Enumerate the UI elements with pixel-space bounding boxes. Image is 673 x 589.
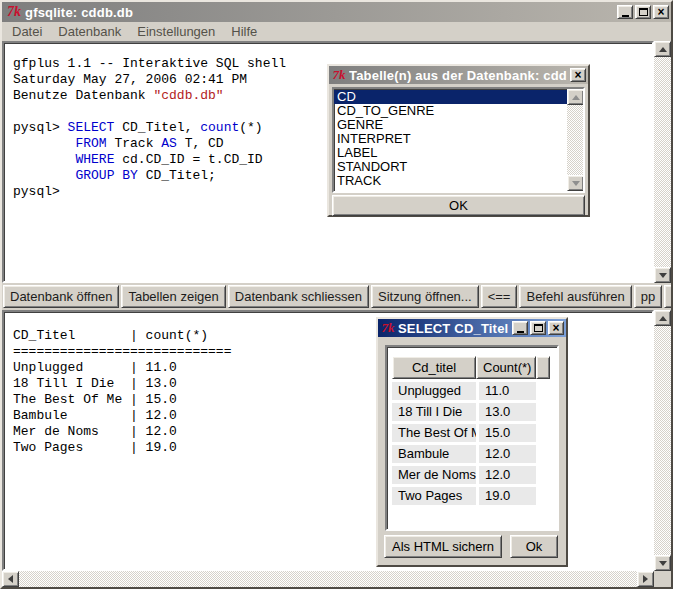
- cell-count: 12.0: [479, 466, 536, 484]
- output-vscroll: [654, 310, 671, 571]
- toolbar: Datenbank öffnenTabellen zeigenDatenbank…: [2, 283, 671, 310]
- menu-item-datenbank[interactable]: Datenbank: [50, 23, 129, 40]
- maximize-icon: [534, 324, 543, 332]
- list-item-genre[interactable]: GENRE: [334, 118, 567, 132]
- tables-dialog-titlebar[interactable]: 7k Tabelle(n) aus der Datenbank: cddb...…: [329, 66, 588, 84]
- cell-cd-titel: Two Pages: [392, 487, 476, 505]
- maximize-button[interactable]: [530, 321, 546, 335]
- column-header-cd-titel[interactable]: Cd_titel: [392, 356, 476, 379]
- cell-cd-titel: Unplugged: [392, 382, 476, 400]
- close-icon: ×: [574, 70, 581, 80]
- table-row: Bambule12.0: [392, 445, 557, 463]
- cell-cd-titel: Mer de Noms: [392, 466, 476, 484]
- scrollbar-track[interactable]: [654, 326, 671, 555]
- close-button[interactable]: ×: [570, 68, 586, 82]
- arrow-down-icon: [659, 561, 667, 566]
- arrow-up-icon: [659, 316, 667, 321]
- arrow-down-icon: [572, 181, 580, 186]
- minimize-button[interactable]: [617, 5, 633, 19]
- save-as-html-button[interactable]: Als HTML sichern: [384, 535, 502, 558]
- tk-app-icon: 7k: [332, 68, 346, 82]
- minimize-icon: [517, 331, 524, 333]
- cell-count: 11.0: [479, 382, 536, 400]
- cell-count: 12.0: [479, 445, 536, 463]
- table-row: Two Pages19.0: [392, 487, 557, 505]
- close-button[interactable]: ×: [653, 5, 669, 19]
- list-vscroll: [567, 89, 583, 191]
- table-row: Unplugged11.0: [392, 382, 557, 400]
- table-list: CDCD_TO_GENREGENREINTERPRETLABELSTANDORT…: [334, 89, 567, 191]
- arrow-up-icon: [572, 95, 580, 100]
- table-row: The Best Of Me15.0: [392, 424, 557, 442]
- list-item-cd-to-genre[interactable]: CD_TO_GENRE: [334, 104, 567, 118]
- cell-cd-titel: The Best Of Me: [392, 424, 476, 442]
- scroll-down-button[interactable]: [654, 555, 671, 571]
- scroll-up-button[interactable]: [567, 89, 584, 105]
- toolbar-button-befehl-ausf-hren[interactable]: Befehl ausführen: [519, 285, 631, 308]
- scrollbar-track[interactable]: [654, 57, 671, 267]
- column-header-stub[interactable]: [536, 356, 550, 379]
- list-item-standort[interactable]: STANDORT: [334, 160, 567, 174]
- result-table-header: Cd_titel Count(*): [392, 356, 557, 379]
- tk-app-icon: 7k: [381, 321, 395, 335]
- maximize-icon: [639, 8, 648, 16]
- arrow-down-icon: [659, 273, 667, 278]
- main-window: 7k gfsqlite: cddb.db × DateiDatenbankEin…: [0, 0, 673, 589]
- close-icon: ×: [552, 323, 559, 333]
- close-icon: ×: [657, 7, 664, 17]
- result-dialog: 7k SELECT CD_Titel, c... × Cd_titel Coun…: [376, 317, 568, 567]
- cell-count: 13.0: [479, 403, 536, 421]
- menu-item-datei[interactable]: Datei: [4, 23, 50, 40]
- scroll-up-button[interactable]: [654, 310, 671, 326]
- result-table-body: Unplugged11.018 Till I Die13.0The Best O…: [392, 382, 557, 505]
- list-item-track[interactable]: TRACK: [334, 174, 567, 188]
- table-listbox: CDCD_TO_GENREGENREINTERPRETLABELSTANDORT…: [332, 87, 585, 193]
- arrow-left-icon: [8, 575, 13, 583]
- maximize-button[interactable]: [635, 5, 651, 19]
- scrollbar-track[interactable]: [19, 571, 637, 587]
- scroll-down-button[interactable]: [567, 175, 584, 191]
- menu-item-hilfe[interactable]: Hilfe: [223, 23, 265, 40]
- output-hscroll: [2, 571, 654, 587]
- scroll-down-button[interactable]: [654, 267, 671, 283]
- tk-app-icon: 7k: [6, 5, 22, 19]
- tables-dialog: 7k Tabelle(n) aus der Datenbank: cddb...…: [327, 64, 590, 217]
- result-table: Cd_titel Count(*) Unplugged11.018 Till I…: [385, 345, 559, 531]
- list-item-label[interactable]: LABEL: [334, 146, 567, 160]
- arrow-up-icon: [659, 47, 667, 52]
- minimize-button[interactable]: [512, 321, 528, 335]
- toolbar-button-item[interactable]: <==: [481, 285, 518, 308]
- menu-item-einstellungen[interactable]: Einstellungen: [129, 23, 223, 40]
- ok-button[interactable]: OK: [332, 195, 585, 216]
- scroll-up-button[interactable]: [654, 41, 671, 57]
- scrollbar-corner: [654, 571, 671, 587]
- shell-vscroll: [654, 41, 671, 283]
- toolbar-button-tabellen-zeigen[interactable]: Tabellen zeigen: [121, 285, 225, 308]
- arrow-right-icon: [643, 575, 648, 583]
- cell-cd-titel: Bambule: [392, 445, 476, 463]
- toolbar-button-next[interactable]: NEXT: [664, 285, 673, 308]
- scroll-left-button[interactable]: [2, 571, 19, 587]
- cell-cd-titel: 18 Till I Die: [392, 403, 476, 421]
- scrollbar-track[interactable]: [567, 105, 583, 175]
- ok-button[interactable]: Ok: [510, 535, 558, 558]
- menubar: DateiDatenbankEinstellungenHilfe: [2, 22, 671, 41]
- window-title: gfsqlite: cddb.db: [25, 5, 614, 20]
- main-titlebar[interactable]: 7k gfsqlite: cddb.db ×: [2, 2, 671, 22]
- toolbar-button-datenbank-ffnen[interactable]: Datenbank öffnen: [3, 285, 119, 308]
- table-row: Mer de Noms12.0: [392, 466, 557, 484]
- list-item-cd[interactable]: CD: [334, 90, 567, 104]
- scroll-right-button[interactable]: [637, 571, 654, 587]
- table-row: 18 Till I Die13.0: [392, 403, 557, 421]
- toolbar-button-pp[interactable]: pp: [634, 285, 662, 308]
- toolbar-button-datenbank-schliessen[interactable]: Datenbank schliessen: [228, 285, 369, 308]
- result-dialog-title: SELECT CD_Titel, c...: [398, 321, 509, 336]
- list-item-interpret[interactable]: INTERPRET: [334, 132, 567, 146]
- close-button[interactable]: ×: [548, 321, 564, 335]
- toolbar-button-sitzung-ffnen[interactable]: Sitzung öffnen...: [371, 285, 479, 308]
- column-header-count[interactable]: Count(*): [476, 356, 536, 379]
- minimize-icon: [622, 15, 629, 17]
- result-dialog-titlebar[interactable]: 7k SELECT CD_Titel, c... ×: [378, 319, 566, 337]
- cell-count: 15.0: [479, 424, 536, 442]
- tables-dialog-title: Tabelle(n) aus der Datenbank: cddb....: [349, 68, 567, 83]
